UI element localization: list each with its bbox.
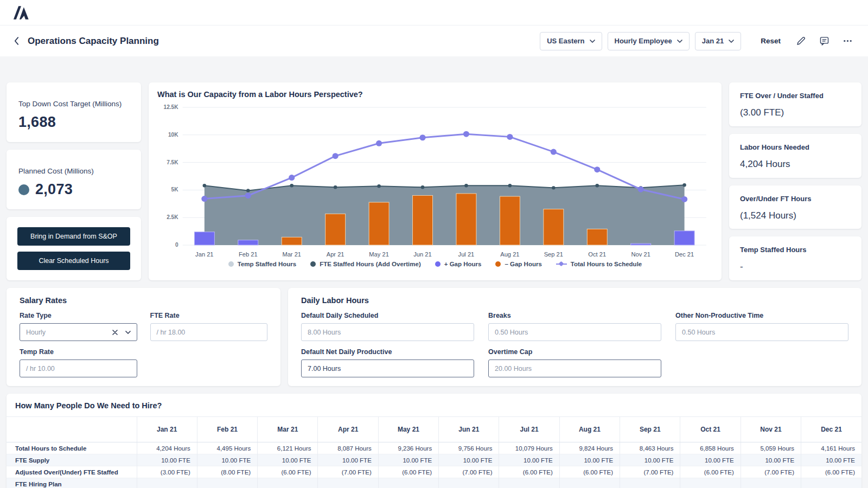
edit-pencil-icon[interactable] xyxy=(795,35,807,47)
table-cell: 10.00 FTE xyxy=(258,454,318,466)
chevron-down-icon xyxy=(590,40,595,43)
kpi-value: (3.00 FTE) xyxy=(740,107,851,118)
table-cell: (6.00 FTE) xyxy=(680,466,741,478)
page-title: Operations Capacity Planning xyxy=(28,36,159,47)
svg-text:Feb 21: Feb 21 xyxy=(239,251,258,258)
overtime-cap-input[interactable]: 20.00 Hours xyxy=(488,359,661,377)
breaks-input[interactable]: 0.50 Hours xyxy=(488,323,661,341)
table-cell: 10.00 FTE xyxy=(620,454,680,466)
table-cell: 10.00 FTE xyxy=(680,454,741,466)
column-header-jan-21: Jan 21 xyxy=(137,417,197,442)
legend-item-0-temp-staffed-hours[interactable]: Temp Staffed Hours xyxy=(228,261,296,267)
svg-text:12.5K: 12.5K xyxy=(164,104,179,110)
column-header-aug-21: Aug 21 xyxy=(559,417,620,442)
series-color-dot xyxy=(228,261,234,267)
field-value: / hr 18.00 xyxy=(157,329,261,336)
field-value: 20.00 Hours xyxy=(495,365,655,373)
default-daily-scheduled-input[interactable]: 8.00 Hours xyxy=(301,323,474,341)
other-non-productive-time-input[interactable]: 0.50 Hours xyxy=(675,323,848,341)
table-cell xyxy=(137,478,197,488)
field-label: Other Non-Productive Time xyxy=(675,312,848,319)
kpi-label: Top Down Cost Target (Millions) xyxy=(18,100,129,108)
column-header-jul-21: Jul 21 xyxy=(499,417,559,442)
legend-item-4-total-hours-to-schedule[interactable]: Total Hours to Schedule xyxy=(556,261,642,267)
table-cell xyxy=(801,478,861,488)
hire-table-title: How Many People Do We Need to Hire? xyxy=(7,401,861,410)
column-header-sep-21: Sep 21 xyxy=(620,417,680,442)
column-header-oct-21: Oct 21 xyxy=(680,417,741,442)
filter-hourly-employee[interactable]: Hourly Employee xyxy=(608,32,690,50)
table-cell: 4,495 Hours xyxy=(197,442,257,454)
field-other-non-productive-time: Other Non-Productive Time0.50 Hours xyxy=(675,312,848,341)
filter-group: US EasternHourly EmployeeJan 21 xyxy=(534,32,741,50)
legend-label: FTE Staffed Hours (Add Overtime) xyxy=(320,261,421,267)
kpi-label: Temp Staffed Hours xyxy=(740,246,851,254)
field-default-daily-scheduled: Default Daily Scheduled8.00 Hours xyxy=(301,312,474,341)
chevron-down-icon xyxy=(729,40,734,43)
filter-label: Hourly Employee xyxy=(615,37,672,45)
row-label: Total Hours to Schedule xyxy=(7,442,137,454)
table-cell: 5,059 Hours xyxy=(741,442,801,454)
default-net-daily-productive-input[interactable]: 7.00 Hours xyxy=(301,359,474,377)
field-label: Default Net Daily Productive xyxy=(301,348,474,356)
salary-rates-title: Salary Rates xyxy=(20,296,267,305)
table-cell: (7.00 FTE) xyxy=(318,466,378,478)
table-cell: (3.00 FTE) xyxy=(137,466,197,478)
table-cell xyxy=(620,478,680,488)
table-cell: 4,204 Hours xyxy=(137,442,197,454)
corner-header xyxy=(7,417,137,442)
salary-rates-card: Salary Rates Rate TypeHourlyFTE Rate/ hr… xyxy=(7,288,280,386)
column-header-mar-21: Mar 21 xyxy=(258,417,318,442)
table-cell: 9,236 Hours xyxy=(378,442,438,454)
table-cell: 10.00 FTE xyxy=(499,454,559,466)
rate-type-select[interactable]: Hourly xyxy=(20,323,137,341)
kpi-card-planned-cost-millions: Planned Cost (Millions)2,073 xyxy=(7,150,141,209)
table-cell xyxy=(439,478,499,488)
field-breaks: Breaks0.50 Hours xyxy=(488,312,661,341)
chevron-down-icon xyxy=(677,40,682,43)
clear-scheduled-hours-button[interactable]: Clear Scheduled Hours xyxy=(17,252,130,270)
table-cell: (7.00 FTE) xyxy=(620,466,680,478)
row-label: FTE Supply xyxy=(7,454,137,466)
clear-icon[interactable] xyxy=(112,330,118,335)
comment-icon[interactable] xyxy=(818,35,831,47)
table-cell: 8,087 Hours xyxy=(318,442,378,454)
row-label: Adjusted Over/(Under) FTE Staffed xyxy=(7,466,137,478)
field-value: Hourly xyxy=(26,329,112,336)
legend-item-2-gap-hours[interactable]: + Gap Hours xyxy=(435,261,482,267)
svg-text:2.5K: 2.5K xyxy=(167,214,178,220)
kpi-card-top-down-cost-target-millions: Top Down Cost Target (Millions)1,688 xyxy=(7,82,141,142)
field-label: Rate Type xyxy=(20,312,137,319)
temp-rate-input[interactable]: / hr 10.00 xyxy=(20,359,137,377)
reset-button[interactable]: Reset xyxy=(757,36,784,46)
table-cell: 10.00 FTE xyxy=(439,454,499,466)
filter-us-eastern[interactable]: US Eastern xyxy=(540,32,602,50)
fte-rate-input[interactable]: / hr 18.00 xyxy=(150,323,268,341)
field-label: Temp Rate xyxy=(20,348,137,356)
field-default-net-daily-productive: Default Net Daily Productive7.00 Hours xyxy=(301,348,474,377)
table-cell xyxy=(680,478,741,488)
table-cell xyxy=(378,478,438,488)
table-cell: 8,463 Hours xyxy=(620,442,680,454)
actions-card: Bring in Demand from S&OPClear Scheduled… xyxy=(7,217,141,280)
table-cell xyxy=(559,478,620,488)
filter-jan-21[interactable]: Jan 21 xyxy=(695,32,741,50)
table-row-fte-hiring-plan: FTE Hiring Plan xyxy=(7,478,861,488)
legend-item-3-gap-hours[interactable]: – Gap Hours xyxy=(495,261,541,267)
table-cell: 10.00 FTE xyxy=(137,454,197,466)
kpi-value: (1,524 Hours) xyxy=(740,210,851,221)
column-header-dec-21: Dec 21 xyxy=(801,417,861,442)
anaplan-logo[interactable] xyxy=(13,5,29,20)
ellipsis-icon[interactable] xyxy=(841,35,854,47)
table-cell xyxy=(197,478,257,488)
back-button[interactable] xyxy=(12,35,21,47)
svg-text:Sep 21: Sep 21 xyxy=(544,251,563,258)
legend-label: – Gap Hours xyxy=(505,261,541,267)
legend-item-1-fte-staffed-hours-add-overtime[interactable]: FTE Staffed Hours (Add Overtime) xyxy=(310,261,421,267)
legend-label: + Gap Hours xyxy=(444,261,482,267)
bring-in-demand-from-s-op-button[interactable]: Bring in Demand from S&OP xyxy=(17,227,130,246)
series-color-dot xyxy=(435,261,441,267)
svg-text:0: 0 xyxy=(175,242,178,248)
field-value: 0.50 Hours xyxy=(682,329,842,336)
svg-text:Nov 21: Nov 21 xyxy=(631,251,650,258)
